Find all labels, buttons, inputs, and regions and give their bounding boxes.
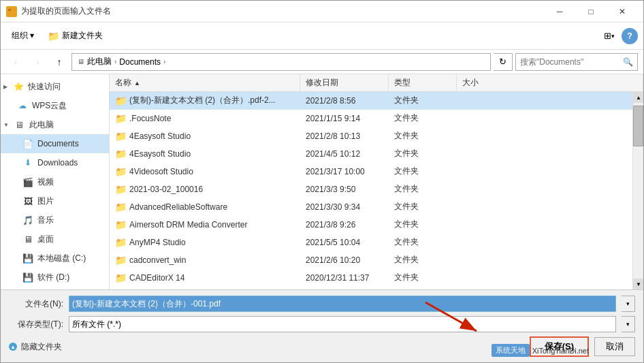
sidebar-item-music[interactable]: 🎵 音乐 <box>1 210 109 230</box>
cell-name: 📁 CADEditorX 14 <box>110 272 300 283</box>
sidebar-item-video[interactable]: 🎬 视频 <box>1 172 109 191</box>
cell-date: 2020/12/31 11:37 <box>300 273 389 283</box>
table-row[interactable]: 📁 Aimersoft DRM Media Converter 2021/3/8… <box>110 216 632 234</box>
sidebar-item-downloads[interactable]: ⬇ Downloads <box>1 153 109 172</box>
refresh-button[interactable]: ↻ <box>494 53 513 71</box>
cell-type: 文件夹 <box>389 254 457 266</box>
col-header-type[interactable]: 类型 <box>389 74 457 91</box>
close-button[interactable]: ✕ <box>607 1 638 22</box>
search-input[interactable] <box>520 57 623 67</box>
table-row[interactable]: 📁 AdvancedReliableSoftware 2021/3/30 9:3… <box>110 198 632 216</box>
back-button[interactable]: ‹ <box>6 52 25 72</box>
cell-name: 📁 (复制)-新建文本文档 (2)（合并）.pdf-2... <box>110 95 300 106</box>
file-list[interactable]: 📁 (复制)-新建文本文档 (2)（合并）.pdf-2... 2021/2/8 … <box>110 92 632 289</box>
table-row[interactable]: 📁 4Videosoft Studio 2021/3/17 10:00 文件夹 <box>110 163 632 180</box>
folder-icon: 📁 <box>115 184 127 195</box>
toggle-arrow-icon: ▲ <box>9 343 17 351</box>
filename-dropdown-arrow[interactable]: ▾ <box>622 296 635 312</box>
dialog-title: 为提取的页面输入文件名 <box>21 5 111 17</box>
wps-cloud-icon: ☁ <box>17 100 28 111</box>
quick-access-label: 快速访问 <box>28 81 61 93</box>
up-button[interactable]: ↑ <box>50 52 69 72</box>
col-size-label: 大小 <box>462 77 479 89</box>
file-name-text: (复制)-新建文本文档 (2)（合并）.pdf-2... <box>129 95 276 106</box>
watermark: 系统天地 XiTongTianDi.net <box>492 344 589 357</box>
cell-name: 📁 2021-03-02_100016 <box>110 184 300 195</box>
organize-button[interactable]: 组织 ▾ <box>6 27 39 46</box>
table-row[interactable]: 📁 (复制)-新建文本文档 (2)（合并）.pdf-2... 2021/2/8 … <box>110 92 632 110</box>
sidebar-item-documents[interactable]: 📄 Documents <box>1 134 109 153</box>
cell-name: 📁 cadconvert_win <box>110 255 300 266</box>
scroll-up-button[interactable]: ▲ <box>633 92 643 103</box>
minimize-button[interactable]: ─ <box>544 1 575 22</box>
cell-date: 2021/3/17 10:00 <box>300 167 389 176</box>
filename-label: 文件名(N): <box>9 298 63 310</box>
table-row[interactable]: 📁 AnyMP4 Studio 2021/5/5 10:04 文件夹 <box>110 234 632 251</box>
new-folder-button[interactable]: 📁 新建文件夹 <box>42 27 108 46</box>
path-documents[interactable]: Documents <box>119 57 161 67</box>
table-row[interactable]: 📁 4Esaysoft Studio 2021/4/5 10:12 文件夹 <box>110 145 632 163</box>
file-area: 名称 ▲ 修改日期 类型 大小 📁 (复制)-新建文本文 <box>110 74 643 289</box>
music-icon: 🎵 <box>22 215 33 225</box>
folder-icon: 📁 <box>115 219 127 230</box>
address-path[interactable]: 🖥 此电脑 › Documents › <box>71 53 491 71</box>
hidden-files-toggle[interactable]: ▲ 隐藏文件夹 <box>9 341 62 353</box>
quick-access-icon: ⭐ <box>13 81 24 92</box>
sidebar-item-pictures[interactable]: 🖼 图片 <box>1 191 109 210</box>
downloads-label: Downloads <box>37 158 78 168</box>
cancel-button[interactable]: 取消 <box>594 337 635 356</box>
help-button[interactable]: ? <box>622 28 638 44</box>
scrollbar[interactable]: ▲ ▼ <box>632 92 643 289</box>
cell-name: 📁 AdvancedReliableSoftware <box>110 202 300 212</box>
sidebar-item-this-pc[interactable]: ▼ 🖥 此电脑 <box>1 115 109 134</box>
watermark-badge: 系统天地 <box>492 344 530 357</box>
path-this-pc[interactable]: 此电脑 <box>87 56 112 67</box>
sidebar-item-desktop[interactable]: 🖥 桌面 <box>1 230 109 249</box>
cell-date: 2021/3/3 9:50 <box>300 185 389 194</box>
soft-d-label: 软件 (D:) <box>37 272 69 283</box>
sort-arrow-icon: ▲ <box>134 80 140 86</box>
cell-type: 文件夹 <box>389 95 457 106</box>
table-row[interactable]: 📁 .FocusNote 2021/1/15 9:14 文件夹 <box>110 110 632 127</box>
this-pc-arrow-icon: ▼ <box>3 122 9 128</box>
view-toggle-button[interactable]: ⊞ ▾ <box>600 27 619 46</box>
forward-button[interactable]: › <box>28 52 47 72</box>
file-name-text: AdvancedReliableSoftware <box>129 202 227 212</box>
music-label: 音乐 <box>37 215 54 226</box>
cell-date: 2021/4/5 10:12 <box>300 149 389 159</box>
sidebar-item-local-c[interactable]: 💾 本地磁盘 (C:) <box>1 249 109 268</box>
svg-rect-1 <box>8 9 11 11</box>
table-row[interactable]: 📁 CADEditorX 14 2020/12/31 11:37 文件夹 <box>110 269 632 287</box>
filetype-input[interactable] <box>69 316 616 332</box>
col-header-name[interactable]: 名称 ▲ <box>110 74 300 91</box>
maximize-button[interactable]: □ <box>575 1 607 22</box>
scroll-down-button[interactable]: ▼ <box>633 279 643 289</box>
file-name-text: 4Easysoft Studio <box>129 131 191 141</box>
cell-name: 📁 Aimersoft DRM Media Converter <box>110 219 300 230</box>
new-folder-icon: 📁 <box>48 31 59 42</box>
table-row[interactable]: 📁 2021-03-02_100016 2021/3/3 9:50 文件夹 <box>110 180 632 198</box>
hidden-files-label: 隐藏文件夹 <box>21 341 62 353</box>
cell-type: 文件夹 <box>389 183 457 195</box>
cell-type: 文件夹 <box>389 165 457 177</box>
cell-name: 📁 AnyMP4 Studio <box>110 237 300 248</box>
video-label: 视频 <box>37 176 54 188</box>
folder-icon: 📁 <box>115 255 127 266</box>
col-header-date[interactable]: 修改日期 <box>300 74 389 91</box>
col-header-size[interactable]: 大小 <box>457 74 643 91</box>
pictures-label: 图片 <box>37 195 54 207</box>
scroll-thumb[interactable] <box>633 106 643 146</box>
search-box[interactable]: 🔍 <box>515 53 638 71</box>
documents-label: Documents <box>37 139 79 148</box>
cell-date: 2021/3/30 9:34 <box>300 202 389 212</box>
cell-date: 2021/1/15 9:14 <box>300 114 389 123</box>
file-list-container: 📁 (复制)-新建文本文档 (2)（合并）.pdf-2... 2021/2/8 … <box>110 92 643 289</box>
sidebar-item-soft-d[interactable]: 💾 软件 (D:) <box>1 268 109 287</box>
filetype-dropdown-arrow[interactable]: ▾ <box>622 316 635 332</box>
search-icon[interactable]: 🔍 <box>623 57 633 67</box>
table-row[interactable]: 📁 4Easysoft Studio 2021/2/8 10:13 文件夹 <box>110 127 632 145</box>
table-row[interactable]: 📁 cadconvert_win 2021/2/6 10:20 文件夹 <box>110 251 632 269</box>
sidebar-item-quick-access[interactable]: ▶ ⭐ 快速访问 <box>1 77 109 96</box>
sidebar-item-wps-cloud[interactable]: ☁ WPS云盘 <box>1 96 109 115</box>
filename-input[interactable] <box>69 296 616 312</box>
